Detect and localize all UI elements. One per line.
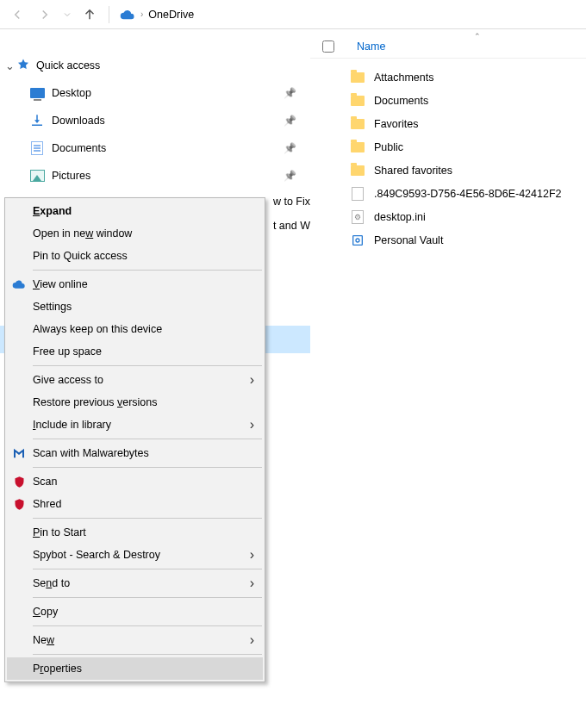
tree-item-label: Downloads	[52, 115, 105, 127]
folder-icon	[350, 70, 365, 85]
context-menu: ExpandOpen in new windowPin to Quick acc…	[4, 197, 265, 682]
file-row[interactable]: Favorites	[310, 112, 586, 135]
folder-icon	[350, 116, 365, 132]
tree-quick-access[interactable]: ⌄ Quick access	[0, 52, 310, 79]
mcafee-icon	[11, 498, 27, 511]
tree-item-label: Pictures	[52, 170, 90, 182]
menu-item-include-in-library[interactable]: Include in library›	[7, 414, 263, 436]
tree-item-pictures[interactable]: Pictures📌	[0, 162, 310, 190]
file-row[interactable]: Attachments	[310, 65, 586, 89]
menu-separator	[33, 467, 262, 468]
menu-item-free-up-space[interactable]: Free up space	[7, 340, 263, 363]
quick-access-icon	[16, 58, 31, 73]
tree-item-documents[interactable]: Documents📌	[0, 134, 310, 162]
menu-separator	[33, 439, 262, 439]
mcafee-icon	[11, 476, 27, 488]
file-icon	[350, 186, 365, 202]
breadcrumb-label: OneDrive	[148, 9, 194, 21]
menu-item-copy[interactable]: Copy	[7, 600, 263, 623]
menu-item-spybot-search-destroy[interactable]: Spybot - Search & Destroy›	[7, 544, 263, 566]
file-name-label: Favorites	[374, 118, 418, 130]
menu-item-pin-to-quick-access[interactable]: Pin to Quick access	[7, 245, 263, 267]
file-name-label: Documents	[374, 95, 428, 107]
file-name-label: Shared favorites	[374, 165, 452, 177]
menu-item-new[interactable]: New›	[7, 629, 263, 651]
breadcrumb[interactable]: › OneDrive	[116, 7, 194, 22]
malwarebytes-icon	[11, 446, 27, 460]
chevron-right-icon: ›	[140, 9, 143, 19]
nav-forward-button[interactable]	[33, 3, 57, 27]
pin-icon: 📌	[284, 170, 296, 182]
menu-item-expand[interactable]: Expand	[7, 200, 263, 222]
onedrive-icon	[11, 277, 27, 291]
menu-item-label: View online	[33, 278, 88, 290]
menu-item-send-to[interactable]: Send to›	[7, 572, 263, 594]
documents-icon	[29, 140, 45, 156]
submenu-arrow-icon: ›	[250, 576, 254, 591]
sort-indicator-icon: ⌃	[474, 32, 481, 40]
menu-item-label: Properties	[33, 663, 82, 675]
menu-item-restore-previous-versions[interactable]: Restore previous versions	[7, 391, 263, 414]
menu-separator	[33, 569, 262, 569]
menu-item-label: Shred	[33, 498, 61, 510]
menu-separator	[33, 270, 262, 271]
pictures-icon	[29, 168, 45, 184]
menu-separator	[33, 365, 262, 366]
menu-item-open-in-new-window[interactable]: Open in new window	[7, 222, 263, 245]
tree-item-downloads[interactable]: Downloads📌	[0, 107, 310, 134]
download-icon	[29, 113, 45, 128]
file-name-label: Public	[374, 141, 403, 153]
menu-item-always-keep-on-this-device[interactable]: Always keep on this device	[7, 318, 263, 340]
file-name-label: .849C9593-D756-4E56-8D6E-42412F2	[374, 188, 562, 200]
menu-item-pin-to-start[interactable]: Pin to Start	[7, 521, 263, 544]
menu-item-view-online[interactable]: View online	[7, 273, 263, 296]
address-bar: › OneDrive	[0, 0, 586, 29]
file-row[interactable]: Shared favorites	[310, 159, 586, 182]
onedrive-icon	[120, 7, 135, 22]
select-all-checkbox[interactable]	[322, 40, 334, 53]
menu-item-give-access-to[interactable]: Give access to›	[7, 369, 263, 391]
folder-icon	[350, 163, 365, 178]
tree-label: Quick access	[36, 59, 100, 72]
column-header-name[interactable]: Name ⌃	[357, 40, 428, 53]
menu-item-label: Always keep on this device	[33, 323, 162, 335]
nav-back-button[interactable]	[5, 3, 29, 27]
file-row[interactable]: Personal Vault	[310, 228, 586, 252]
svg-point-1	[356, 239, 359, 242]
file-name-label: Attachments	[374, 72, 433, 84]
file-row[interactable]: Documents	[310, 89, 586, 112]
file-row[interactable]: Public	[310, 135, 586, 159]
nav-up-button[interactable]	[78, 3, 102, 27]
settings-file-icon: ⚙	[350, 209, 365, 225]
folder-icon	[350, 140, 365, 155]
menu-separator	[33, 518, 262, 519]
chevron-down-icon[interactable]: ⌄	[3, 59, 16, 72]
menu-item-label: Copy	[33, 606, 58, 618]
tree-item-label: Documents	[52, 142, 106, 154]
menu-item-properties[interactable]: Properties	[7, 657, 263, 680]
menu-item-label: Spybot - Search & Destroy	[33, 549, 160, 561]
column-header-row: Name ⌃	[310, 34, 586, 59]
nav-separator	[109, 6, 109, 23]
menu-item-settings[interactable]: Settings	[7, 296, 263, 318]
menu-item-label: Pin to Start	[33, 526, 86, 538]
submenu-arrow-icon: ›	[250, 547, 254, 563]
tree-item-label: Desktop	[52, 87, 91, 99]
tree-item-desktop[interactable]: Desktop📌	[0, 79, 310, 107]
menu-item-label: Include in library	[33, 419, 111, 431]
menu-item-label: Free up space	[33, 345, 102, 358]
pin-icon: 📌	[284, 115, 296, 127]
menu-item-scan-with-malwarebytes[interactable]: Scan with Malwarebytes	[7, 442, 263, 464]
file-row[interactable]: ⚙desktop.ini	[310, 205, 586, 228]
menu-item-shred[interactable]: Shred	[7, 493, 263, 515]
menu-item-label: Scan	[33, 476, 58, 488]
pin-icon: 📌	[284, 87, 296, 99]
submenu-arrow-icon: ›	[250, 632, 254, 648]
submenu-arrow-icon: ›	[250, 372, 254, 388]
menu-item-label: Open in new window	[33, 227, 132, 240]
recent-locations-dropdown[interactable]	[60, 3, 74, 27]
pin-icon: 📌	[284, 142, 296, 154]
file-row[interactable]: .849C9593-D756-4E56-8D6E-42412F2	[310, 182, 586, 205]
file-list: Name ⌃ AttachmentsDocumentsFavoritesPubl…	[310, 29, 586, 728]
menu-item-scan[interactable]: Scan	[7, 470, 263, 493]
